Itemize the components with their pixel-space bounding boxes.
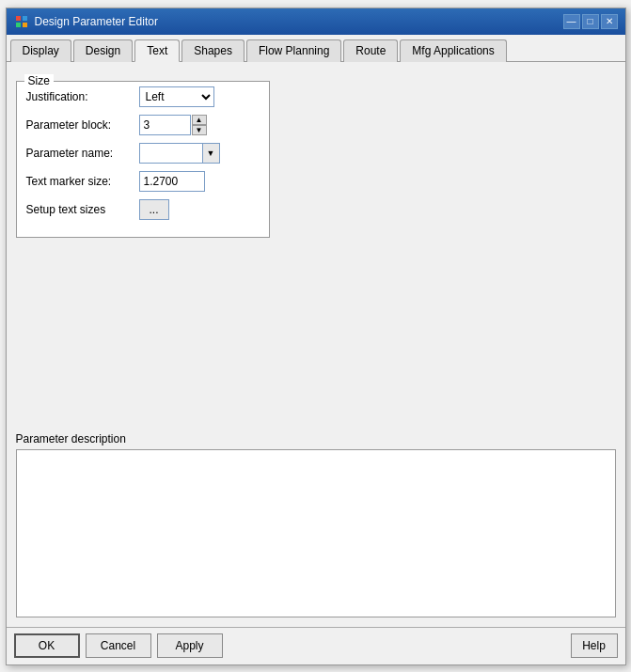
tab-mfg-applications[interactable]: Mfg Applications	[400, 39, 506, 62]
svg-rect-0	[16, 16, 21, 21]
size-group-legend: Size	[24, 74, 54, 87]
text-marker-size-label: Text marker size:	[26, 175, 139, 188]
setup-text-sizes-label: Setup text sizes	[26, 203, 139, 216]
parameter-block-label: Parameter block:	[26, 118, 139, 132]
tab-content: Size Justification: Left Center Right Pa…	[7, 62, 625, 627]
parameter-name-row: Parameter name: ▼	[26, 143, 260, 164]
cancel-button[interactable]: Cancel	[86, 633, 151, 658]
window-controls: — □ ✕	[563, 14, 618, 29]
app-icon	[14, 14, 29, 29]
parameter-description-label: Parameter description	[16, 432, 616, 445]
spinner-down-button[interactable]: ▼	[192, 125, 207, 135]
button-bar: OK Cancel Apply Help	[7, 627, 625, 664]
parameter-description-section: Parameter description	[16, 432, 616, 617]
tab-shapes[interactable]: Shapes	[181, 39, 245, 62]
size-group-box: Size Justification: Left Center Right Pa…	[16, 81, 270, 238]
tab-bar: Display Design Text Shapes Flow Planning…	[7, 35, 625, 62]
parameter-block-input[interactable]	[139, 115, 191, 135]
apply-button[interactable]: Apply	[157, 633, 223, 658]
setup-text-sizes-control: ...	[139, 199, 169, 220]
tab-design[interactable]: Design	[73, 39, 133, 62]
parameter-name-control: ▼	[139, 143, 220, 164]
tab-flow-planning[interactable]: Flow Planning	[246, 39, 341, 62]
setup-text-sizes-button[interactable]: ...	[139, 199, 169, 220]
justification-control: Left Center Right	[139, 86, 214, 107]
justification-label: Justification:	[26, 90, 139, 103]
parameter-name-input[interactable]	[139, 143, 203, 164]
parameter-name-label: Parameter name:	[26, 147, 139, 160]
tab-route[interactable]: Route	[343, 39, 398, 62]
title-bar: Design Parameter Editor — □ ✕	[7, 8, 625, 35]
help-button[interactable]: Help	[571, 633, 618, 658]
maximize-button[interactable]: □	[582, 14, 599, 29]
svg-rect-1	[23, 16, 27, 21]
parameter-block-row: Parameter block: ▲ ▼	[26, 115, 260, 135]
text-marker-size-input[interactable]	[139, 171, 205, 192]
spinner-buttons: ▲ ▼	[192, 115, 207, 135]
tab-text[interactable]: Text	[134, 39, 180, 62]
justification-row: Justification: Left Center Right	[26, 86, 260, 107]
justification-select[interactable]: Left Center Right	[139, 86, 214, 107]
content-spacer	[16, 247, 616, 432]
svg-rect-3	[23, 23, 27, 27]
spinner-up-button[interactable]: ▲	[192, 115, 207, 125]
text-marker-size-row: Text marker size:	[26, 171, 260, 192]
parameter-name-dropdown-button[interactable]: ▼	[203, 143, 220, 164]
svg-rect-2	[16, 23, 21, 27]
parameter-block-spinner: ▲ ▼	[139, 115, 207, 135]
setup-text-sizes-row: Setup text sizes ...	[26, 199, 260, 220]
window-title: Design Parameter Editor	[35, 15, 563, 28]
main-window: Design Parameter Editor — □ ✕ Display De…	[6, 8, 626, 665]
ok-button[interactable]: OK	[14, 633, 80, 658]
parameter-description-box	[16, 449, 616, 617]
close-button[interactable]: ✕	[601, 14, 618, 29]
text-marker-size-control	[139, 171, 205, 192]
minimize-button[interactable]: —	[563, 14, 580, 29]
tab-display[interactable]: Display	[10, 39, 71, 62]
